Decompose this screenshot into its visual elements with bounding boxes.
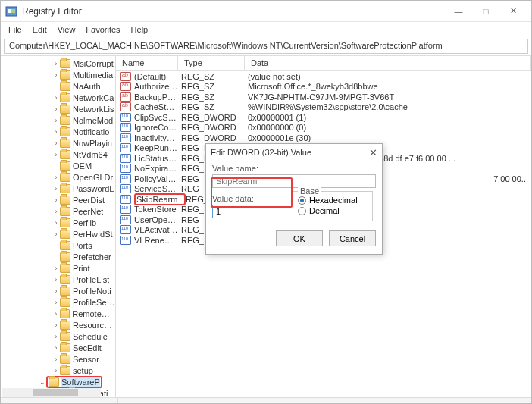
list-row[interactable]: IgnoreContainer...REG_DWORD0x00000000 (0… — [116, 123, 531, 133]
menu-view[interactable]: View — [53, 23, 80, 36]
value-name-label: Value name: — [206, 161, 382, 173]
tree-item[interactable]: ›RemoteReg — [1, 308, 115, 319]
value-name: IgnoreContainer... — [134, 123, 181, 132]
expand-arrow-icon[interactable]: › — [52, 94, 60, 102]
tree-item-label: ProfileList — [73, 275, 109, 284]
tree-item-label: PeerNet — [73, 207, 103, 216]
tree-item[interactable]: ›Multimedia — [1, 69, 115, 80]
tree-item[interactable]: ›ProfileNoti — [1, 285, 115, 296]
expand-arrow-icon[interactable]: › — [52, 344, 60, 352]
close-button[interactable]: ✕ — [499, 1, 527, 22]
tree-item[interactable]: Ports — [1, 240, 115, 251]
tree-item[interactable]: ›Schedule — [1, 330, 115, 342]
expand-arrow-icon[interactable]: › — [52, 299, 60, 306]
tree-item[interactable]: ›PerHwIdSt — [1, 228, 115, 240]
expand-arrow-icon[interactable]: › — [52, 151, 60, 158]
tree-item[interactable]: ›NtVdm64 — [1, 149, 115, 160]
list-row[interactable]: (Default)REG_SZ(value not set) — [116, 71, 531, 82]
value-data-field[interactable]: 1 — [212, 205, 286, 218]
list-row[interactable]: BackupProduct...REG_SZVK7JG-NPHTM-C97JM-… — [116, 92, 531, 102]
menu-edit[interactable]: Edit — [28, 23, 52, 36]
tree-item[interactable]: ›NowPlayin — [1, 137, 115, 149]
tree-item[interactable]: ›NetworkLis — [1, 103, 115, 114]
tree-item[interactable]: ›ProfileList — [1, 274, 115, 285]
cancel-button[interactable]: Cancel — [329, 230, 376, 246]
expand-arrow-icon[interactable]: › — [52, 105, 60, 113]
menu-help[interactable]: Help — [127, 23, 153, 36]
menubar: File Edit View Favorites Help — [1, 22, 531, 37]
tree-item[interactable]: ›Print — [1, 262, 115, 274]
tree-item-label: NolmeMod — [73, 116, 113, 125]
key-tree[interactable]: ›MsiCorrupt›MultimediaNaAuth›NetworkCa›N… — [1, 56, 116, 397]
expand-arrow-icon[interactable]: › — [52, 287, 60, 295]
folder-icon — [60, 355, 70, 364]
tree-item[interactable]: ›ProfileServi — [1, 296, 115, 308]
menu-file[interactable]: File — [4, 23, 27, 36]
tree-item[interactable]: ›setup — [1, 365, 115, 376]
tree-item[interactable]: ›PasswordL — [1, 183, 115, 194]
expand-arrow-icon[interactable]: › — [52, 230, 60, 238]
tree-item[interactable]: ›MsiCorrupt — [1, 58, 115, 69]
folder-icon — [60, 82, 70, 91]
expand-arrow-icon[interactable]: › — [52, 139, 60, 147]
expand-arrow-icon[interactable]: › — [52, 128, 60, 136]
radio-hexadecimal[interactable]: Hexadecimal — [298, 195, 368, 205]
tree-item[interactable]: ›ResourceM — [1, 319, 115, 330]
expand-arrow-icon[interactable]: › — [52, 117, 60, 124]
expand-arrow-icon[interactable]: › — [52, 208, 60, 215]
expand-arrow-icon[interactable]: › — [52, 355, 60, 363]
expand-arrow-icon[interactable]: › — [52, 219, 60, 227]
expand-arrow-icon[interactable]: › — [52, 310, 60, 318]
tree-item[interactable]: ›Notificatio — [1, 126, 115, 137]
list-row[interactable]: InactivityShutdo...REG_DWORD0x0000001e (… — [116, 133, 531, 143]
string-value-icon — [120, 82, 131, 91]
tree-item[interactable]: ›NetworkCa — [1, 92, 115, 103]
folder-icon — [60, 321, 70, 330]
tree-item[interactable]: NaAuth — [1, 80, 115, 92]
tree-item-label: NowPlayin — [73, 139, 112, 148]
tree-item[interactable]: ›PeerDist — [1, 194, 115, 205]
tree-item[interactable]: ⌄SoftwareP — [1, 376, 115, 387]
list-row[interactable]: AuthorizedCont...REG_SZMicrosoft.Office.… — [116, 82, 531, 92]
expand-arrow-icon[interactable]: › — [52, 71, 60, 79]
expand-arrow-icon[interactable]: › — [52, 185, 60, 193]
tree-item-label: SoftwareP — [61, 377, 100, 387]
address-bar[interactable]: Computer\HKEY_LOCAL_MACHINE\SOFTWARE\Mic… — [4, 39, 528, 54]
svg-rect-2 — [8, 11, 11, 13]
expand-arrow-icon[interactable]: › — [52, 321, 60, 329]
value-name: NoExpirationUX — [134, 164, 181, 173]
tree-item[interactable]: ›SecEdit — [1, 342, 115, 353]
col-name[interactable]: Name — [116, 56, 178, 70]
col-data[interactable]: Data — [245, 56, 531, 70]
expand-arrow-icon[interactable]: › — [52, 276, 60, 283]
expand-arrow-icon[interactable]: › — [52, 60, 60, 67]
list-row[interactable]: CacheStoreREG_SZ%WINDIR%\System32\spp\st… — [116, 102, 531, 113]
minimize-button[interactable]: — — [445, 1, 472, 22]
list-row[interactable]: ClipSvcStartREG_DWORD0x00000001 (1) — [116, 112, 531, 123]
expand-arrow-icon[interactable]: › — [52, 333, 60, 340]
tree-item[interactable]: ›OpenGLDri — [1, 171, 115, 183]
expand-arrow-icon[interactable]: › — [52, 367, 60, 374]
tree-item[interactable]: ›Sensor — [1, 353, 115, 365]
tree-item[interactable]: ›PeerNet — [1, 205, 115, 217]
dialog-close-icon[interactable]: ✕ — [369, 147, 377, 158]
tree-item[interactable]: ›NolmeMod — [1, 114, 115, 126]
folder-icon — [60, 161, 70, 171]
horizontal-scrollbar[interactable] — [2, 388, 101, 397]
expand-arrow-icon[interactable]: ⌄ — [39, 378, 46, 386]
tree-item-label: ProfileNoti — [73, 287, 111, 296]
col-type[interactable]: Type — [178, 56, 245, 70]
expand-arrow-icon[interactable]: › — [52, 196, 60, 204]
maximize-button[interactable]: □ — [472, 1, 499, 22]
expand-arrow-icon[interactable]: › — [52, 265, 60, 272]
ok-button[interactable]: OK — [276, 230, 323, 246]
tree-item[interactable]: ›Perflib — [1, 217, 115, 228]
expand-arrow-icon[interactable]: › — [52, 174, 60, 181]
tree-item[interactable]: OEM — [1, 160, 115, 171]
binary-value-icon — [120, 215, 131, 224]
folder-icon — [60, 264, 70, 273]
value-name: KeepRunningTh... — [134, 143, 181, 152]
tree-item[interactable]: Prefetcher — [1, 251, 115, 262]
radio-decimal[interactable]: Decimal — [298, 205, 368, 216]
menu-favorites[interactable]: Favorites — [81, 23, 124, 36]
